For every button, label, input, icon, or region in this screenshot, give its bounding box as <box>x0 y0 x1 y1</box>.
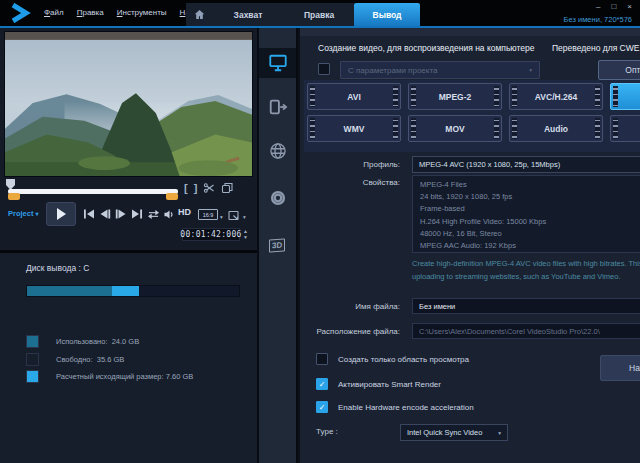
hardware-accel-option[interactable]: ✓ Enable Hardware encode acceleration <box>316 401 474 413</box>
preview-range-checkbox[interactable] <box>316 353 328 365</box>
repeat-icon[interactable] <box>147 208 160 220</box>
tab-capture[interactable]: Захват <box>212 3 284 26</box>
used-space-segment <box>27 286 112 296</box>
format-wmv[interactable]: WMV <box>307 115 401 142</box>
prop-line: MPEG AAC Audio: 192 Kbps <box>420 240 640 252</box>
preview-size-icon[interactable] <box>228 208 241 226</box>
type-label: Type : <box>316 427 338 436</box>
location-input[interactable] <box>412 323 640 339</box>
format-mov[interactable]: MOV <box>408 115 502 142</box>
smart-render-checkbox[interactable]: ✓ <box>316 378 328 390</box>
split-clip-icon[interactable] <box>203 182 215 194</box>
device-icon <box>267 97 289 117</box>
prop-line: H.264 High Profile Video: 15000 Kbps <box>420 216 640 228</box>
chevron-down-icon: ▾ <box>36 211 39 217</box>
used-label: Использовано: <box>56 337 108 346</box>
destination-disc[interactable] <box>259 183 296 213</box>
destination-web[interactable] <box>259 136 296 166</box>
filename-input[interactable] <box>412 298 640 314</box>
volume-icon[interactable] <box>163 208 176 220</box>
aspect-dropdown-icon[interactable]: ▾ <box>220 214 223 220</box>
format-custom[interactable]: Custom <box>610 115 640 142</box>
mark-in-button[interactable]: [ <box>184 181 188 195</box>
project-mode-toggle[interactable]: Project ▾ <box>8 209 39 218</box>
translated-note: Переведено для CWE <box>552 43 639 53</box>
play-icon <box>56 208 66 220</box>
properties-label: Свойства: <box>300 178 400 187</box>
aspect-ratio-button[interactable]: 16:9 <box>198 209 218 220</box>
share-destination-strip: 3D <box>257 28 298 463</box>
tab-home[interactable] <box>186 3 212 26</box>
legend-free: Свободно: 35.6 GB <box>26 353 124 366</box>
destination-computer[interactable] <box>259 48 296 78</box>
preview-range-option[interactable]: Создать только область просмотра <box>316 353 469 365</box>
spin-down-icon[interactable]: ▼ <box>243 234 248 240</box>
main-area: [ ] Project ▾ <box>0 28 640 463</box>
preview-size-dropdown-icon[interactable]: ▾ <box>243 214 246 220</box>
tab-edit-label: Правка <box>304 10 334 20</box>
share-heading: Создание видео, для воспроизведения на к… <box>318 43 535 53</box>
optimal-button-label: Оптимальный <box>625 65 640 75</box>
trim-end-handle[interactable] <box>166 193 178 200</box>
estimated-label: Расчетный исходящий размер: <box>56 372 164 381</box>
close-icon[interactable]: × <box>627 2 632 11</box>
trim-start-handle[interactable] <box>8 193 20 200</box>
start-button-label: Начать <box>629 363 640 373</box>
legend-estimated: Расчетный исходящий размер: 7.60 GB <box>26 370 193 383</box>
titlebar: Файл Правка Инструменты Настройки Захват… <box>0 0 640 26</box>
scrubber-track[interactable] <box>8 189 178 194</box>
mark-out-button[interactable]: ] <box>194 181 198 195</box>
format-avi[interactable]: AVI <box>307 83 401 110</box>
tab-capture-label: Захват <box>234 10 263 20</box>
properties-box: MPEG-4 Files 24 bits, 1920 x 1080, 25 fp… <box>412 175 640 253</box>
checkmark: ✓ <box>319 403 326 412</box>
go-end-button[interactable] <box>130 208 143 220</box>
format-audio[interactable]: Audio <box>509 115 603 142</box>
tab-share[interactable]: Вывод <box>354 3 420 26</box>
next-frame-button[interactable] <box>114 208 127 220</box>
minimize-icon[interactable]: – <box>596 2 600 11</box>
encoder-type-dropdown[interactable]: Intel Quick Sync Video ▾ <box>400 424 508 441</box>
video-preview <box>4 31 253 177</box>
play-button[interactable] <box>46 202 76 226</box>
menu-file[interactable]: Файл <box>44 8 64 17</box>
same-as-project-checkbox[interactable] <box>318 63 330 75</box>
checkmark: ✓ <box>319 380 326 389</box>
format-mpeg4[interactable]: MPEG-4 <box>610 83 640 110</box>
profile-dropdown[interactable]: MPEG-4 AVC (1920 x 1080, 25p, 15Mbps) <box>412 156 640 173</box>
location-label: Расположение файла: <box>300 327 400 336</box>
window-controls: – □ × <box>596 2 632 11</box>
go-start-button[interactable] <box>82 208 95 220</box>
destination-3d[interactable]: 3D <box>259 230 296 260</box>
encoder-type-value: Intel Quick Sync Video <box>407 428 482 437</box>
same-as-project-dropdown[interactable]: С параметрами проекта ▾ <box>340 61 540 79</box>
format-mpeg2-label: MPEG-2 <box>439 92 472 102</box>
smart-render-option[interactable]: ✓ Активировать Smart Render <box>316 378 441 390</box>
home-icon <box>194 9 205 20</box>
timecode-spinner[interactable]: ▲ ▼ <box>243 228 248 240</box>
tab-edit[interactable]: Правка <box>284 3 354 26</box>
format-mpeg2[interactable]: MPEG-2 <box>408 83 502 110</box>
hd-toggle[interactable]: HD <box>178 207 191 217</box>
preview-range-label: Создать только область просмотра <box>338 355 469 364</box>
destination-device[interactable] <box>259 92 296 122</box>
disc-icon <box>268 188 288 208</box>
prop-line: 24 bits, 1920 x 1080, 25 fps <box>420 191 640 203</box>
enlarge-preview-icon[interactable] <box>221 182 233 194</box>
format-avc-h264[interactable]: AVC/H.264 <box>509 83 603 110</box>
panel-top-strip <box>300 28 640 36</box>
hardware-accel-checkbox[interactable]: ✓ <box>316 401 328 413</box>
hardware-accel-label: Enable Hardware encode acceleration <box>338 403 474 412</box>
disk-panel-title: Диск вывода : C <box>26 263 89 273</box>
timecode-display[interactable]: 00:01:42:006 <box>182 228 240 241</box>
workspace-tabs: Захват Правка Вывод <box>186 3 420 26</box>
optimal-button[interactable]: Оптимальный <box>598 60 640 80</box>
landscape-frame <box>5 32 252 176</box>
same-as-project-value: С параметрами проекта <box>348 66 437 75</box>
computer-icon <box>267 53 289 73</box>
start-button[interactable]: Начать <box>600 355 640 381</box>
menu-tools[interactable]: Инструменты <box>117 8 167 17</box>
menu-edit[interactable]: Правка <box>77 8 104 17</box>
maximize-icon[interactable]: □ <box>611 2 616 11</box>
prev-frame-button[interactable] <box>98 208 111 220</box>
